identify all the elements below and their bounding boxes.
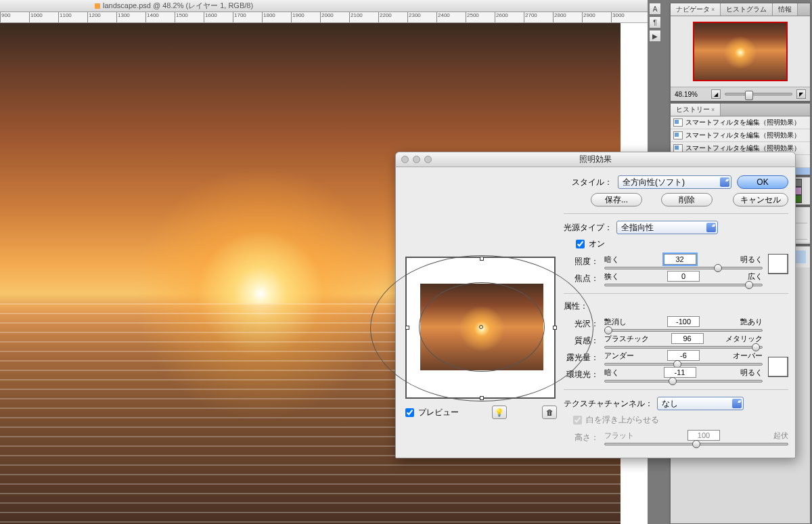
- zoom-out-icon[interactable]: ◢: [711, 89, 721, 99]
- lightbulb-icon[interactable]: 💡: [492, 406, 507, 419]
- light-type-select[interactable]: 全指向性: [616, 221, 718, 234]
- lighting-preview[interactable]: [405, 257, 556, 399]
- texture-channel-label: テクスチャチャンネル：: [564, 398, 653, 410]
- light-handle-right[interactable]: [553, 326, 557, 330]
- light-type-label: 光源タイプ：: [564, 222, 612, 234]
- trash-icon[interactable]: 🗑: [542, 406, 557, 419]
- white-high-checkbox: [573, 416, 582, 424]
- light-center-handle[interactable]: [479, 325, 483, 329]
- minimize-icon[interactable]: [413, 156, 420, 163]
- light-on-label: オン: [589, 238, 605, 250]
- document-titlebar: landscape.psd @ 48.2% (レイヤー 1, RGB/8): [0, 0, 648, 12]
- ambience-slider[interactable]: 暗く-11明るく: [604, 367, 763, 383]
- intensity-slider[interactable]: 暗く32明るく: [604, 254, 763, 269]
- zoom-icon[interactable]: [424, 156, 432, 163]
- preview-checkbox[interactable]: [405, 408, 414, 417]
- light-on-checkbox[interactable]: [576, 240, 585, 248]
- texture-channel-select[interactable]: なし: [657, 397, 744, 410]
- zoom-readout[interactable]: 48.19%: [675, 91, 707, 98]
- height-label: 高さ：: [564, 432, 599, 443]
- focus-slider[interactable]: 狭く0広く: [604, 271, 763, 286]
- tab-info[interactable]: 情報: [773, 3, 798, 16]
- navigator-panel: ナビゲータ× ヒストグラム 情報 48.19% ◢ ◤: [670, 3, 811, 102]
- exposure-value[interactable]: -6: [667, 350, 700, 361]
- ruler-horizontal: 9001000110012001300140015001600170018001…: [0, 12, 648, 23]
- delete-button[interactable]: 削除: [661, 193, 713, 206]
- light-handle-top[interactable]: [480, 257, 484, 261]
- intensity-value[interactable]: 32: [664, 254, 696, 265]
- history-item[interactable]: スマートフィルタを編集（照明効果）: [671, 129, 810, 142]
- dialog-title: 照明効果: [579, 154, 612, 165]
- type-tool-icon[interactable]: A: [649, 3, 661, 15]
- save-button[interactable]: 保存...: [591, 193, 642, 206]
- cancel-button[interactable]: キャンセル: [733, 193, 788, 206]
- tab-navigator[interactable]: ナビゲータ×: [671, 3, 721, 16]
- light-handle-bottom[interactable]: [480, 396, 484, 400]
- intensity-label: 照度：: [564, 256, 599, 267]
- document-title: landscape.psd @ 48.2% (レイヤー 1, RGB/8): [103, 1, 253, 11]
- tab-history[interactable]: ヒストリー×: [671, 104, 721, 116]
- close-icon[interactable]: [401, 156, 409, 163]
- ok-button[interactable]: OK: [737, 175, 788, 189]
- style-select[interactable]: 全方向性(ソフト): [618, 175, 731, 189]
- navigator-thumbnail[interactable]: [693, 22, 788, 81]
- history-item[interactable]: スマートフィルタを編集（照明効果）: [671, 116, 810, 129]
- navigator-tabs: ナビゲータ× ヒストグラム 情報: [671, 3, 810, 16]
- light-handle-left[interactable]: [405, 326, 409, 330]
- height-slider: フラット100起伏: [604, 430, 788, 445]
- tab-histogram[interactable]: ヒストグラム: [721, 3, 773, 16]
- light-color-swatch[interactable]: [768, 254, 788, 274]
- dialog-titlebar[interactable]: 照明効果: [396, 152, 795, 167]
- ambience-value[interactable]: -11: [664, 367, 696, 378]
- material-value[interactable]: 96: [671, 333, 704, 344]
- white-high-label: 白を浮き上がらせる: [586, 414, 659, 426]
- preview-label: プレビュー: [418, 407, 459, 418]
- paragraph-icon[interactable]: ¶: [649, 16, 661, 28]
- gloss-slider[interactable]: 艶消し-100艶あり: [604, 316, 763, 332]
- exposure-slider[interactable]: アンダー-6オーバー: [604, 350, 763, 366]
- focus-value[interactable]: 0: [667, 271, 700, 282]
- zoom-slider[interactable]: [725, 93, 792, 95]
- material-slider[interactable]: プラスチック96メタリック: [604, 333, 763, 349]
- palette-icon-strip: A ¶ ▶: [649, 3, 661, 42]
- gloss-value[interactable]: -100: [667, 316, 700, 327]
- flag-icon[interactable]: ▶: [649, 30, 661, 42]
- style-label: スタイル：: [564, 177, 612, 188]
- lighting-effects-dialog: 照明効果 プレビュー 💡 🗑: [395, 152, 796, 458]
- navigator-footer: 48.19% ◢ ◤: [671, 87, 810, 101]
- zoom-in-icon[interactable]: ◤: [796, 89, 806, 99]
- ambient-color-swatch[interactable]: [768, 357, 788, 377]
- height-value: 100: [687, 430, 720, 441]
- document-icon: [95, 3, 100, 9]
